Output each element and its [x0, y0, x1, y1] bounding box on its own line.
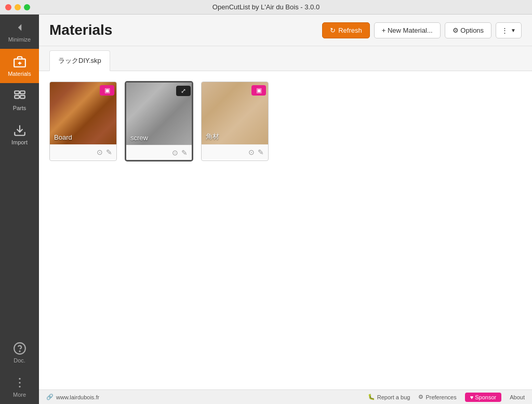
material-card-board[interactable]: ▣ Board ⊙ ✎	[49, 82, 117, 161]
material-thumb-board: ▣ Board	[50, 82, 117, 144]
more-dots-icon: ⋮	[501, 26, 508, 34]
sponsor-button[interactable]: ♥ Sponsor	[465, 393, 502, 402]
content-area: Materials ↻ Refresh + New Material... ⚙ …	[39, 15, 532, 404]
sidebar-more[interactable]: More	[0, 370, 39, 404]
options-label: ⚙ Options	[453, 26, 484, 34]
website-icon: 🔗	[46, 394, 54, 400]
svg-point-11	[19, 382, 20, 383]
badge-board-icon: ▣	[104, 87, 110, 94]
sidebar-item-materials[interactable]: Materials	[0, 49, 39, 83]
board-actions: ⊙ ✎	[50, 144, 116, 159]
materials-label: Materials	[8, 71, 31, 77]
minimize-label: Minimize	[8, 36, 31, 43]
bug-icon: 🐛	[368, 394, 375, 400]
board-name: Board	[54, 133, 72, 141]
sidebar-item-import[interactable]: Import	[0, 117, 39, 152]
app-title: OpenCutList by L'Air du Bois - 3.0.0	[212, 3, 320, 11]
parts-icon	[13, 89, 26, 103]
kakuzai-actions: ⊙ ✎	[202, 144, 268, 159]
svg-point-12	[19, 386, 20, 387]
sponsor-label: ♥ Sponsor	[470, 394, 497, 400]
new-material-button[interactable]: + New Material...	[374, 22, 441, 38]
app-body: Minimize Materials Parts	[0, 15, 532, 404]
bug-label: Report a bug	[377, 394, 410, 400]
import-icon	[13, 124, 26, 137]
import-label: Import	[11, 139, 28, 145]
header-actions: ↻ Refresh + New Material... ⚙ Options ⋮ …	[322, 22, 522, 38]
svg-rect-3	[15, 91, 19, 93]
new-material-label: + New Material...	[382, 26, 433, 34]
more-dropdown-icon: ▼	[511, 28, 516, 33]
sidebar-minimize[interactable]: Minimize	[0, 15, 39, 49]
refresh-label: Refresh	[338, 26, 362, 34]
content-header: Materials ↻ Refresh + New Material... ⚙ …	[39, 15, 532, 46]
badge-screw-icon: ⤢	[181, 87, 186, 95]
doc-icon	[13, 342, 26, 355]
about-link[interactable]: About	[510, 394, 525, 400]
sidebar-doc[interactable]: Doc.	[0, 335, 39, 370]
materials-grid: ▣ Board ⊙ ✎ ⤢ screw	[39, 71, 532, 389]
material-card-kakuzai[interactable]: ▣ 角材 ⊙ ✎	[201, 82, 269, 161]
prefs-icon: ⚙	[418, 394, 423, 400]
sidebar-item-parts[interactable]: Parts	[0, 83, 39, 117]
title-bar: OpenCutList by L'Air du Bois - 3.0.0	[0, 0, 532, 15]
badge-kakuzai: ▣	[251, 85, 266, 96]
chevron-left-icon	[13, 21, 26, 34]
kakuzai-edit-icon[interactable]: ✎	[258, 148, 264, 156]
svg-rect-6	[20, 96, 25, 98]
traffic-lights	[5, 4, 30, 10]
tab-label: ラックDIY.skp	[58, 57, 101, 64]
svg-rect-5	[20, 91, 25, 93]
screw-name: screw	[130, 134, 148, 142]
badge-board: ▣	[100, 85, 114, 96]
material-card-screw[interactable]: ⤢ screw ⊙ ✎	[125, 82, 193, 161]
bug-report-link[interactable]: 🐛 Report a bug	[368, 394, 410, 400]
screw-link-icon[interactable]: ⊙	[172, 149, 178, 157]
kakuzai-link-icon[interactable]: ⊙	[248, 148, 255, 156]
more-button[interactable]: ⋮ ▼	[496, 22, 522, 38]
board-link-icon[interactable]: ⊙	[97, 148, 103, 156]
footer-left: 🔗 www.lairdubois.fr	[46, 394, 99, 400]
tab-rackdiy[interactable]: ラックDIY.skp	[49, 50, 110, 71]
footer: 🔗 www.lairdubois.fr 🐛 Report a bug ⚙ Pre…	[39, 389, 532, 404]
sidebar: Minimize Materials Parts	[0, 15, 39, 404]
more-label: More	[13, 392, 26, 398]
website-link[interactable]: www.lairdubois.fr	[56, 394, 99, 400]
close-button[interactable]	[5, 4, 11, 10]
tab-bar: ラックDIY.skp	[39, 46, 532, 71]
screw-actions: ⊙ ✎	[126, 145, 192, 160]
options-button[interactable]: ⚙ Options	[445, 22, 491, 38]
material-thumb-kakuzai: ▣ 角材	[202, 82, 269, 144]
kakuzai-name: 角材	[206, 132, 219, 141]
refresh-button[interactable]: ↻ Refresh	[322, 22, 370, 38]
page-title: Materials	[49, 22, 112, 38]
badge-kakuzai-icon: ▣	[256, 87, 262, 94]
preferences-link[interactable]: ⚙ Preferences	[418, 394, 456, 400]
svg-rect-4	[15, 96, 19, 98]
materials-icon	[13, 55, 26, 69]
board-edit-icon[interactable]: ✎	[106, 148, 112, 156]
maximize-button[interactable]	[24, 4, 30, 10]
svg-point-10	[19, 378, 20, 380]
prefs-label: Preferences	[425, 394, 456, 400]
screw-edit-icon[interactable]: ✎	[181, 149, 188, 157]
more-icon	[13, 376, 26, 389]
footer-right: 🐛 Report a bug ⚙ Preferences ♥ Sponsor A…	[368, 393, 525, 402]
material-thumb-screw: ⤢ screw	[126, 83, 193, 145]
badge-screw: ⤢	[176, 86, 191, 96]
doc-label: Doc.	[14, 357, 25, 363]
parts-label: Parts	[13, 105, 26, 111]
minimize-button[interactable]	[15, 4, 21, 10]
refresh-icon: ↻	[330, 26, 336, 34]
